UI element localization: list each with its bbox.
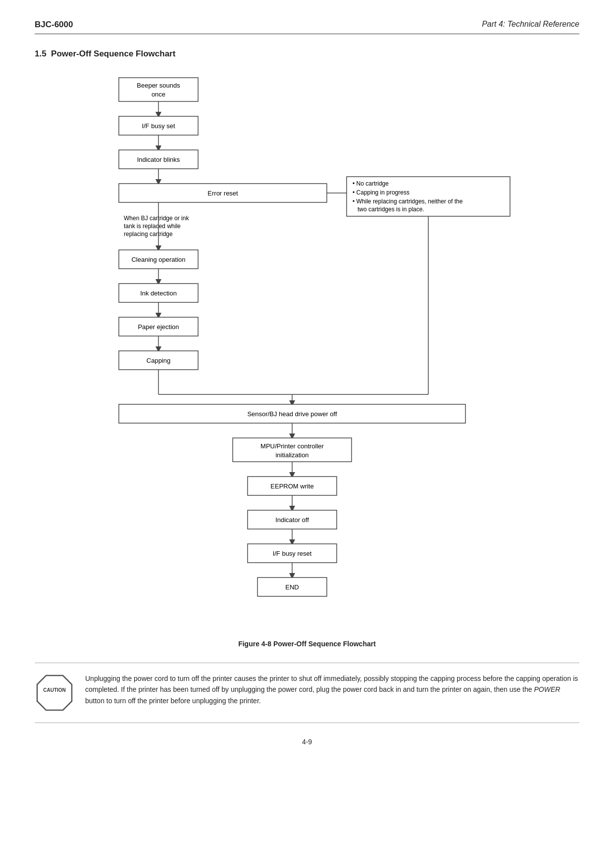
svg-text:MPU/Printer controller: MPU/Printer controller	[260, 442, 324, 450]
svg-text:EEPROM write: EEPROM write	[270, 482, 313, 490]
page: BJC-6000 Part 4: Technical Reference 1.5…	[0, 0, 614, 868]
caution-icon: CAUTION	[35, 673, 74, 713]
svg-text:Error reset: Error reset	[207, 190, 238, 197]
flowchart: Beeper sounds once I/F busy set Indicato…	[35, 73, 579, 632]
svg-text:Ink detection: Ink detection	[140, 289, 177, 297]
header-left: BJC-6000	[35, 20, 73, 30]
svg-text:Indicator off: Indicator off	[275, 516, 309, 524]
svg-text:Cleaning operation: Cleaning operation	[131, 256, 185, 263]
flowchart-svg: Beeper sounds once I/F busy set Indicato…	[84, 73, 530, 632]
svg-text:Indicator blinks: Indicator blinks	[137, 156, 180, 163]
svg-text:• While replacing cartridges, : • While replacing cartridges, neither of…	[353, 198, 463, 205]
page-number: 4-9	[35, 738, 579, 746]
svg-text:When BJ cartridge or ink: When BJ cartridge or ink	[124, 215, 189, 222]
svg-text:• No cartridge: • No cartridge	[353, 180, 389, 187]
svg-text:• Capping in progress: • Capping in progress	[353, 189, 409, 196]
svg-text:two cartridges is in place.: two cartridges is in place.	[358, 206, 424, 213]
svg-text:END: END	[285, 583, 299, 591]
svg-text:I/F busy reset: I/F busy reset	[273, 550, 312, 557]
svg-text:replacing cartridge: replacing cartridge	[124, 231, 173, 238]
svg-text:initialization: initialization	[275, 451, 308, 459]
svg-text:once: once	[152, 91, 165, 98]
caution-section: CAUTION Unplugging the power cord to tur…	[35, 663, 579, 723]
svg-marker-55	[37, 675, 72, 710]
figure-caption: Figure 4-8 Power-Off Sequence Flowchart	[35, 640, 579, 648]
svg-text:Beeper sounds: Beeper sounds	[137, 82, 180, 89]
svg-text:Capping: Capping	[147, 357, 170, 364]
section-title: 1.5 Power-Off Sequence Flowchart	[35, 49, 579, 59]
caution-text-content: Unplugging the power cord to turn off th…	[85, 673, 579, 706]
svg-text:CAUTION: CAUTION	[43, 687, 66, 693]
svg-text:I/F busy set: I/F busy set	[142, 122, 175, 130]
svg-text:tank is replaced while: tank is replaced while	[124, 223, 181, 230]
svg-text:Sensor/BJ head drive power off: Sensor/BJ head drive power off	[247, 410, 337, 418]
header-right: Part 4: Technical Reference	[482, 20, 579, 29]
svg-text:Paper ejection: Paper ejection	[138, 323, 179, 331]
header: BJC-6000 Part 4: Technical Reference	[35, 20, 579, 34]
